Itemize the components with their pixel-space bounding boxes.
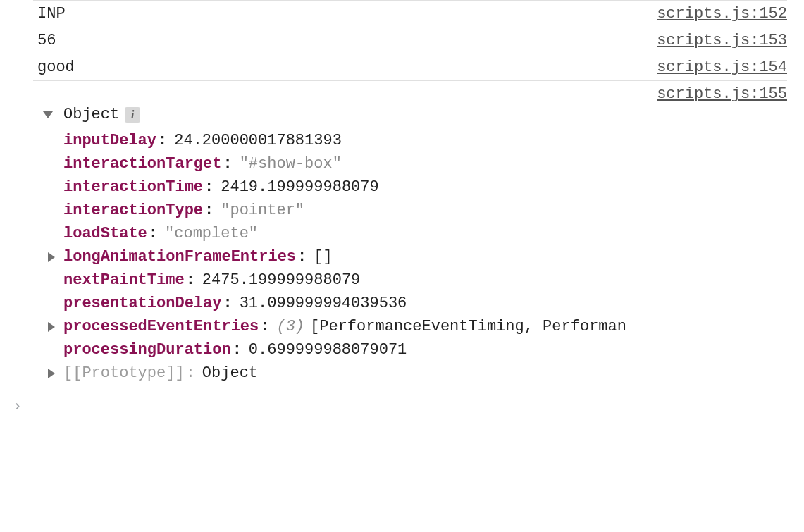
property-value: Object (202, 364, 258, 382)
property-row[interactable]: loadState: "complete" (63, 222, 804, 245)
log-row[interactable]: good scripts.js:154 (33, 54, 787, 81)
property-key: interactionTarget (63, 155, 221, 173)
disclosure-triangle-wrapper[interactable] (48, 322, 63, 332)
property-key: processingDuration (63, 341, 231, 359)
property-value: 31.099999994039536 (240, 295, 407, 312)
property-row[interactable]: interactionType: "pointer" (63, 199, 804, 222)
property-key: longAnimationFrameEntries (63, 248, 296, 266)
property-value: 2475.199999988079 (202, 271, 360, 289)
property-row[interactable]: presentationDelay: 31.099999994039536 (63, 292, 804, 315)
colon: : (260, 318, 269, 335)
source-link[interactable]: scripts.js:153 (657, 32, 787, 49)
property-key: nextPaintTime (63, 271, 185, 289)
property-key: presentationDelay (63, 295, 221, 312)
colon: : (186, 271, 195, 289)
source-link[interactable]: scripts.js:154 (657, 58, 787, 76)
triangle-right-icon (48, 252, 55, 262)
colon: : (149, 225, 158, 242)
property-key: interactionTime (63, 178, 203, 196)
log-message: good (37, 58, 75, 76)
property-value: [PerformanceEventTiming, Performan (310, 318, 626, 335)
property-key: processedEventEntries (63, 318, 259, 335)
property-row[interactable]: [[Prototype]]: Object (63, 361, 804, 385)
property-row[interactable]: interactionTime: 2419.199999988079 (63, 175, 804, 199)
property-value: 2419.199999988079 (221, 178, 378, 196)
property-row[interactable]: processingDuration: 0.699999988079071 (63, 338, 804, 361)
property-value: [] (314, 248, 332, 266)
source-link[interactable]: scripts.js:155 (657, 85, 787, 103)
object-label: Object (63, 106, 119, 123)
colon: : (204, 178, 214, 196)
source-link-row: scripts.js:155 (0, 81, 804, 103)
property-row[interactable]: inputDelay: 24.200000017881393 (63, 129, 804, 152)
property-value: 24.200000017881393 (174, 132, 342, 149)
log-row[interactable]: 56 scripts.js:153 (33, 27, 787, 54)
object-log-block: Object i inputDelay: 24.200000017881393 … (18, 103, 804, 392)
property-row[interactable]: interactionTarget: "#show-box" (63, 152, 804, 175)
log-row[interactable]: INP scripts.js:152 (33, 0, 787, 27)
disclosure-triangle-wrapper[interactable] (42, 111, 54, 118)
colon: : (223, 295, 232, 312)
colon: : (233, 341, 242, 359)
property-value: "pointer" (221, 202, 304, 219)
object-properties: inputDelay: 24.200000017881393 interacti… (42, 129, 804, 385)
colon: : (204, 202, 214, 219)
object-header[interactable]: Object i (42, 106, 804, 129)
info-icon[interactable]: i (125, 107, 140, 123)
disclosure-triangle-wrapper[interactable] (48, 252, 63, 262)
colon: : (297, 248, 307, 266)
property-key: loadState (63, 225, 147, 242)
colon: : (223, 155, 232, 173)
colon: : (186, 364, 195, 382)
log-message: 56 (37, 32, 56, 49)
array-count: (3) (276, 318, 304, 335)
triangle-right-icon (48, 322, 55, 332)
source-link[interactable]: scripts.js:152 (657, 5, 787, 23)
property-value: "complete" (165, 225, 258, 242)
property-key: interactionType (63, 202, 203, 219)
property-value: 0.699999988079071 (249, 341, 407, 359)
property-row[interactable]: longAnimationFrameEntries: [] (63, 245, 804, 268)
log-message: INP (37, 5, 66, 23)
disclosure-triangle-wrapper[interactable] (48, 369, 63, 378)
property-row[interactable]: nextPaintTime: 2475.199999988079 (63, 268, 804, 292)
chevron-right-icon: › (13, 398, 22, 416)
property-key: [[Prototype]] (63, 364, 185, 382)
property-row[interactable]: processedEventEntries: (3) [PerformanceE… (63, 315, 804, 338)
triangle-down-icon (43, 111, 53, 118)
console-prompt[interactable]: › (0, 392, 804, 421)
colon: : (158, 132, 167, 149)
console-panel: INP scripts.js:152 56 scripts.js:153 goo… (0, 0, 804, 421)
property-key: inputDelay (63, 132, 156, 149)
property-value: "#show-box" (240, 155, 342, 173)
triangle-right-icon (48, 369, 55, 378)
